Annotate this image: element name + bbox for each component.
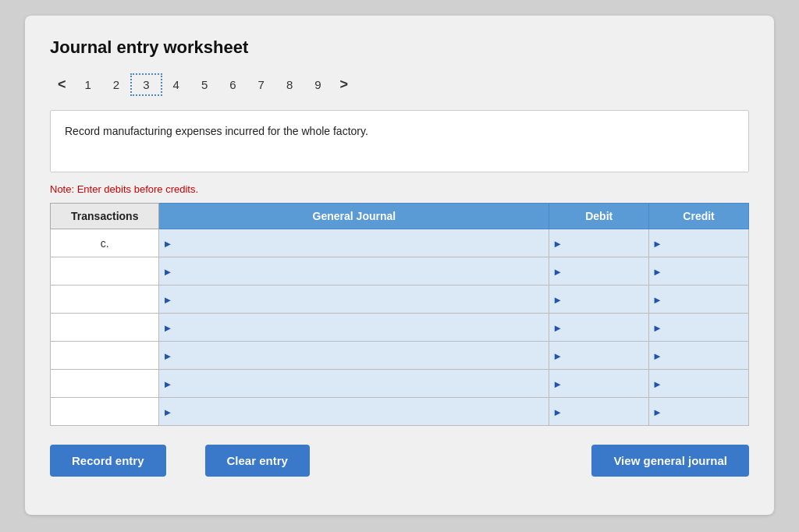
debit-cell[interactable]: ► [549,370,649,398]
arrow-icon: ► [652,406,662,417]
page-9-button[interactable]: 9 [304,75,332,94]
record-entry-button[interactable]: Record entry [50,445,166,477]
table-row: ► ► ► [51,398,749,426]
debit-cell[interactable]: ► [549,342,649,370]
table-row: ► ► ► [51,342,749,370]
arrow-icon: ► [652,265,662,277]
credit-cell[interactable]: ► [649,229,749,257]
credit-cell[interactable]: ► [649,370,749,398]
page-6-button[interactable]: 6 [218,75,247,94]
arrow-icon: ► [162,237,172,249]
arrow-icon: ► [162,321,172,333]
main-container: Journal entry worksheet < 1 2 3 4 5 6 7 … [25,16,774,515]
transaction-cell: c. [51,229,159,257]
arrow-icon: ► [652,378,662,389]
buttons-row: Record entry Clear entry View general jo… [50,445,749,477]
page-4-button[interactable]: 4 [162,75,190,94]
arrow-icon: ► [552,406,563,417]
credit-cell[interactable]: ► [649,286,749,314]
arrow-icon: ► [552,349,563,361]
transaction-cell [51,342,159,370]
page-title: Journal entry worksheet [50,37,749,58]
debit-cell[interactable]: ► [549,398,649,426]
arrow-icon: ► [162,406,172,417]
arrow-icon: ► [552,237,563,249]
credit-cell[interactable]: ► [649,257,749,286]
general-journal-cell[interactable]: ► [159,286,549,314]
transaction-cell [51,370,159,398]
arrow-icon: ► [162,265,172,277]
arrow-icon: ► [162,378,172,389]
transaction-cell [51,257,159,286]
credit-header: Credit [649,204,749,229]
general-journal-cell[interactable]: ► [159,342,549,370]
debit-header: Debit [549,204,649,229]
general-journal-cell[interactable]: ► [159,257,549,286]
table-row: c. ► ► ► [51,229,749,257]
arrow-icon: ► [652,293,662,305]
general-journal-cell[interactable]: ► [159,314,549,342]
clear-entry-button[interactable]: Clear entry [205,445,310,477]
debit-cell[interactable]: ► [549,229,649,257]
credit-cell[interactable]: ► [649,398,749,426]
transaction-cell [51,286,159,314]
arrow-icon: ► [652,349,662,361]
page-1-button[interactable]: 1 [74,75,102,94]
transaction-cell [51,398,159,426]
page-2-button[interactable]: 2 [102,75,130,94]
transaction-cell [51,314,159,342]
arrow-icon: ► [162,293,172,305]
description-box: Record manufacturing expenses incurred f… [50,110,749,172]
arrow-icon: ► [552,265,563,277]
credit-cell[interactable]: ► [649,342,749,370]
arrow-icon: ► [162,349,172,361]
table-row: ► ► ► [51,370,749,398]
debit-cell[interactable]: ► [549,257,649,286]
page-7-button[interactable]: 7 [247,75,275,94]
pagination: < 1 2 3 4 5 6 7 8 9 > [50,73,749,96]
prev-page-button[interactable]: < [50,73,74,96]
general-journal-cell[interactable]: ► [159,398,549,426]
transactions-header: Transactions [51,204,159,229]
general-journal-cell[interactable]: ► [159,370,549,398]
view-general-journal-button[interactable]: View general journal [591,445,749,477]
page-8-button[interactable]: 8 [275,75,304,94]
arrow-icon: ► [552,378,563,389]
page-5-button[interactable]: 5 [190,75,218,94]
general-journal-header: General Journal [159,204,549,229]
general-journal-cell[interactable]: ► [159,229,549,257]
arrow-icon: ► [552,321,563,333]
arrow-icon: ► [652,237,662,249]
credit-cell[interactable]: ► [649,314,749,342]
arrow-icon: ► [652,321,662,333]
arrow-icon: ► [552,293,563,305]
note-text: Note: Enter debits before credits. [50,183,749,195]
journal-table: Transactions General Journal Debit Credi… [50,203,749,426]
table-row: ► ► ► [51,257,749,286]
table-row: ► ► ► [51,286,749,314]
debit-cell[interactable]: ► [549,314,649,342]
page-3-button[interactable]: 3 [130,73,162,96]
next-page-button[interactable]: > [332,73,357,96]
debit-cell[interactable]: ► [549,286,649,314]
table-row: ► ► ► [51,314,749,342]
